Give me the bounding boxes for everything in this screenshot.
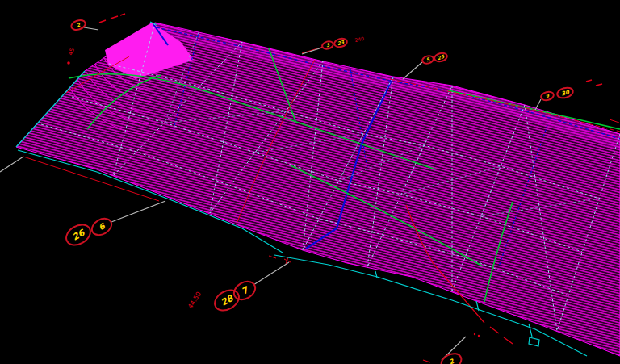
red-dot-bottomright-1 bbox=[474, 333, 475, 335]
pier-marker-26[interactable]: 26 bbox=[63, 220, 94, 249]
leader-line-center-pair bbox=[253, 262, 289, 285]
leader-line-left-pair bbox=[111, 201, 165, 222]
red-dash-topleft-3 bbox=[120, 14, 125, 15]
cyan-rect-marker bbox=[529, 337, 539, 346]
station-marker-top4-a[interactable]: 9 bbox=[540, 90, 555, 102]
station-marker-top3-a-label: 5 bbox=[425, 56, 431, 63]
red-dash-leader3 bbox=[269, 256, 276, 258]
red-dash-topright-1 bbox=[586, 80, 592, 82]
red-dash-topleft-2 bbox=[111, 16, 118, 19]
cad-viewport[interactable]: 232352593026628724544.50240 bbox=[0, 0, 620, 364]
station-marker-topleft-label: 2 bbox=[76, 21, 82, 27]
curb-connector-3 bbox=[529, 324, 532, 337]
red-dot-bottomright-2 bbox=[478, 335, 480, 337]
pier-marker-7-label: 7 bbox=[240, 284, 251, 297]
station-marker-top4-a-label: 9 bbox=[545, 93, 551, 99]
pier-marker-6[interactable]: 6 bbox=[89, 215, 115, 239]
leader-line-top-1 bbox=[84, 27, 98, 30]
red-alignment-right-dash-1 bbox=[490, 327, 499, 333]
station-marker-top4-b[interactable]: 30 bbox=[556, 86, 574, 100]
red-seg-marker2 bbox=[302, 47, 323, 53]
red-dot-left bbox=[67, 61, 70, 65]
station-marker-top2-a-label: 3 bbox=[325, 42, 331, 48]
pier-marker-bottom-clipped-label: 2 bbox=[448, 357, 456, 364]
red-label-left: 45 bbox=[67, 48, 76, 56]
pier-marker-28[interactable]: 28 bbox=[212, 286, 243, 314]
red-dash-topleft-1 bbox=[99, 20, 106, 23]
red-dash-bottom-marker bbox=[423, 360, 430, 362]
red-label-bottom: 44.50 bbox=[186, 291, 203, 310]
leader-line-top-2 bbox=[302, 48, 322, 54]
pier-marker-6-label: 6 bbox=[97, 221, 107, 232]
station-marker-top3-b[interactable]: 25 bbox=[434, 52, 448, 63]
pier-marker-7[interactable]: 7 bbox=[231, 278, 258, 303]
red-dash-topright-2 bbox=[596, 84, 602, 86]
leader-line-top-4 bbox=[535, 99, 541, 110]
station-marker-top2-a[interactable]: 3 bbox=[321, 40, 334, 50]
leader-line-far-left bbox=[0, 157, 23, 172]
red-alignment-right-dash-2 bbox=[504, 337, 513, 344]
pier-marker-bottom-clipped[interactable]: 2 bbox=[438, 350, 463, 364]
station-marker-topleft[interactable]: 2 bbox=[70, 19, 87, 31]
station-marker-top3-a[interactable]: 5 bbox=[421, 55, 434, 65]
red-label-top: 240 bbox=[354, 36, 365, 43]
deck-model-drawing: 232352593026628724544.50240 bbox=[0, 0, 620, 364]
leader-line-top-3 bbox=[403, 62, 422, 79]
red-seg-rightedge bbox=[610, 119, 619, 123]
station-marker-top2-b[interactable]: 23 bbox=[333, 37, 348, 48]
